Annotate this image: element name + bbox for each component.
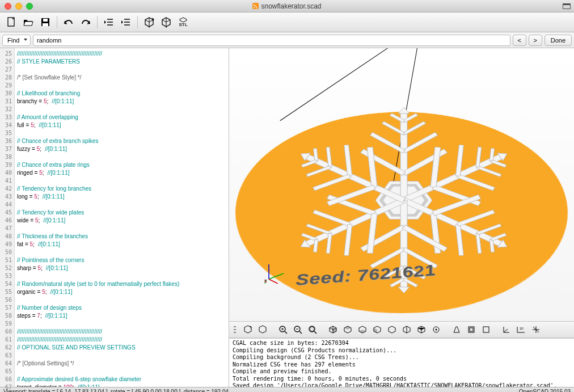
svg-line-24 [299,331,302,334]
view-center-icon[interactable] [429,323,444,336]
svg-line-18 [269,279,278,284]
show-axes-icon[interactable] [499,323,514,336]
svg-line-17 [269,273,284,279]
window-title: snowflakerator.scad [261,2,321,10]
new-file-button[interactable] [3,14,19,30]
toolbar-handle-icon[interactable] [234,325,237,334]
svg-rect-32 [470,328,473,331]
orthogonal-icon[interactable] [464,323,479,336]
find-mode-select[interactable]: Find [2,35,31,46]
render-button[interactable] [158,14,174,30]
view-top-icon[interactable] [340,323,355,336]
view-left-icon[interactable] [370,323,385,336]
show-edges-icon[interactable] [529,323,543,336]
undo-button[interactable] [61,14,77,30]
export-stl-button[interactable]: STL [175,14,191,30]
svg-rect-3 [43,23,48,26]
window-titlebar: snowflakerator.scad [0,0,574,12]
find-done-button[interactable]: Done [545,35,572,46]
find-input[interactable] [33,35,510,46]
svg-text:10: 10 [520,327,524,330]
viewport-status: Viewport: translate = [ 6.14 -17.83 13.0… [3,389,229,392]
svg-rect-2 [43,19,48,22]
save-file-button[interactable] [37,14,53,30]
zoom-out-icon[interactable] [290,323,305,336]
axis-x-label: x [264,278,267,284]
preview-icon[interactable] [240,323,255,336]
open-file-button[interactable] [20,14,36,30]
svg-rect-33 [483,327,489,332]
redo-button[interactable] [78,14,94,30]
find-next-button[interactable]: > [529,35,542,46]
3d-viewport[interactable]: Seed: 7621621 z y x [229,48,574,321]
code-area[interactable]: ////////////////////////////////////////… [15,48,229,387]
maximize-icon[interactable] [563,3,571,9]
zoom-in-icon[interactable] [276,323,290,336]
svg-line-27 [314,331,316,334]
zoom-window-icon[interactable] [26,3,33,10]
show-scale-icon[interactable]: 10 [514,323,529,336]
svg-line-36 [504,329,508,332]
snowflake-model [245,58,563,321]
find-bar: Find < > Done [0,32,574,48]
view-right-icon[interactable] [326,323,340,336]
status-bar: Viewport: translate = [ 6.14 -17.83 13.0… [0,387,574,392]
minimize-window-icon[interactable] [15,3,22,10]
wireframe-icon[interactable] [479,323,493,336]
svg-rect-28 [310,327,314,331]
view-diagonal-icon[interactable] [414,323,429,336]
close-window-icon[interactable] [5,3,11,10]
render-icon[interactable] [255,323,270,336]
main-toolbar: STL [0,12,574,32]
axis-gizmo: z y x [264,261,287,284]
zoom-fit-icon[interactable] [305,323,320,336]
console-output[interactable]: CGAL cache size in bytes: 22670304 Compi… [229,338,574,387]
perspective-icon[interactable] [449,323,464,336]
unindent-button[interactable] [101,14,117,30]
code-editor[interactable]: 25 26 27 28 29 30 31 32 33 34 35 36 37 3… [0,48,229,387]
svg-point-30 [436,329,437,331]
indent-button[interactable] [118,14,134,30]
view-back-icon[interactable] [399,323,414,336]
view-bottom-icon[interactable] [355,323,370,336]
preview-button[interactable] [141,14,157,30]
view-toolbar: 10 [229,321,574,338]
app-version: OpenSCAD 2015.03 [519,389,571,392]
stl-label: STL [179,23,187,27]
view-front-icon[interactable] [385,323,399,336]
document-icon [252,3,259,9]
svg-line-20 [285,331,287,334]
line-gutter: 25 26 27 28 29 30 31 32 33 34 35 36 37 3… [0,48,15,387]
find-prev-button[interactable]: < [513,35,526,46]
